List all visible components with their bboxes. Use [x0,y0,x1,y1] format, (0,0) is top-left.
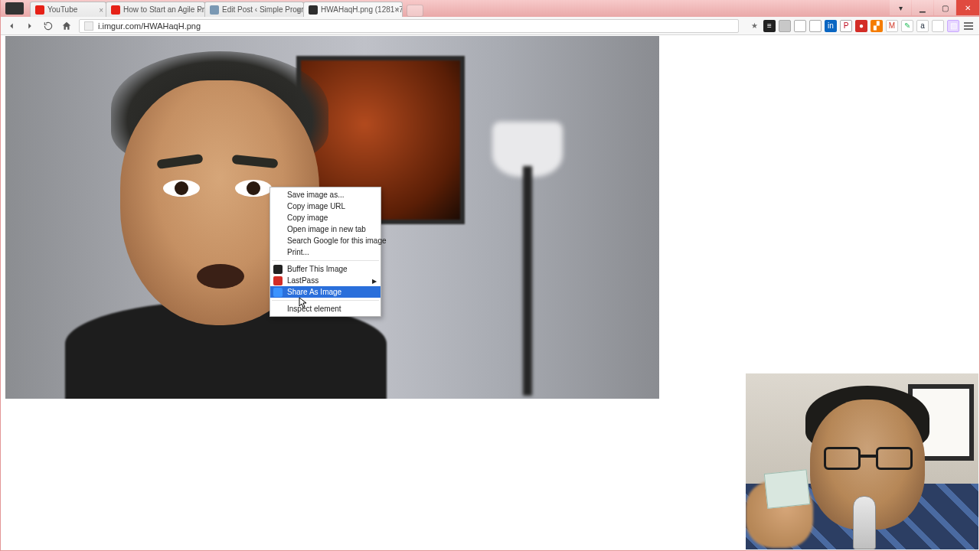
tab-imgur-image[interactable]: HWAHaqH.png (1281×71… × [303,2,403,17]
webcam-microphone [853,496,876,549]
bookmark-star-icon[interactable]: ★ [748,20,760,32]
youtube-icon [35,5,44,15]
misc-ext-2-icon[interactable] [794,20,806,32]
ctx-save-image-as[interactable]: Save image as... [270,189,381,201]
amazon-icon[interactable]: a [916,20,929,32]
submenu-arrow-icon: ▶ [372,275,377,286]
mouse-cursor-icon [299,297,308,309]
ctx-label: Share As Image [287,288,341,296]
imgur-icon [309,5,318,15]
close-icon[interactable]: × [296,5,301,14]
misc-ext-1-icon[interactable] [779,20,791,32]
minimize-button[interactable]: ▁ [912,0,933,15]
page-icon [84,21,93,31]
ctx-label: LastPass [287,276,318,285]
window-extra-button[interactable]: ▾ [890,0,911,15]
tab-title: HWAHaqH.png (1281×71… [321,5,403,14]
tab-title: How to Start an Agile Pro… [123,5,205,14]
address-bar[interactable]: i.imgur.com/HWAHaqH.png [79,19,739,33]
context-menu: Save image as... Copy image URL Copy ima… [270,187,381,317]
ctx-open-image-new-tab[interactable]: Open image in new tab [270,223,381,235]
tab-agile-video[interactable]: How to Start an Agile Pro… × [106,2,205,17]
new-tab-button[interactable] [407,5,423,17]
photo-pupil [247,181,260,195]
pinterest-icon[interactable]: P [840,20,852,32]
back-button[interactable] [5,20,18,32]
buffer-icon[interactable]: ≡ [763,20,776,32]
forward-button[interactable] [24,20,36,32]
ctx-copy-image[interactable]: Copy image [270,212,381,223]
chrome-menu-button[interactable] [962,20,975,32]
webcam-glasses [824,447,913,470]
youtube-icon [111,5,120,15]
ctx-separator [272,300,379,301]
wordpress-icon [210,5,219,15]
tab-strip: YouTube × How to Start an Agile Pro… × E… [30,0,423,17]
lastpass-icon [273,276,283,285]
ctx-print[interactable]: Print... [270,246,381,258]
url-text: i.imgur.com/HWAHaqH.png [98,21,201,31]
linkedin-icon[interactable]: in [825,20,837,32]
window-controls: ▾ ▁ ▢ ✕ [889,0,979,15]
misc-ext-3-icon[interactable] [809,20,822,32]
share-as-image-icon[interactable]: ▧ [947,20,959,32]
webcam-index-card [764,469,811,509]
ctx-lastpass[interactable]: LastPass ▶ [270,275,381,286]
home-button[interactable] [60,20,73,32]
photo-lamp-pole [523,166,532,396]
photo-pupil [175,181,188,195]
google-analytics-icon[interactable]: ▞ [871,20,883,32]
tab-title: Edit Post ‹ Simple Progra… [222,5,304,14]
tab-title: YouTube [47,5,77,14]
ctx-copy-image-url[interactable]: Copy image URL [270,201,381,212]
gmail-icon[interactable]: M [886,20,898,32]
incognito-profile-icon [5,2,24,15]
extensions-row: ★ ≡ in P ● ▞ M ✎ a ✎ ▧ [748,20,975,32]
browser-toolbar: i.imgur.com/HWAHaqH.png ★ ≡ in P ● ▞ M ✎… [1,17,979,35]
tab-youtube[interactable]: YouTube × [30,2,106,17]
ctx-inspect-element[interactable]: Inspect element [270,303,381,315]
close-icon[interactable]: × [395,5,400,14]
browser-window: YouTube × How to Start an Agile Pro… × E… [0,0,980,551]
close-window-button[interactable]: ✕ [956,0,979,15]
ctx-search-google-image[interactable]: Search Google for this image [270,235,381,246]
ctx-buffer-this-image[interactable]: Buffer This Image [270,263,381,275]
evernote-icon[interactable]: ✎ [901,20,913,32]
photo-mouth [197,264,244,289]
maximize-button[interactable]: ▢ [934,0,956,15]
ctx-share-as-image[interactable]: Share As Image [270,286,381,298]
reload-button[interactable] [42,20,54,32]
color-picker-icon[interactable]: ✎ [932,20,944,32]
ctx-label: Buffer This Image [287,265,348,273]
window-titlebar: YouTube × How to Start an Agile Pro… × E… [1,0,979,17]
buffer-icon [273,265,283,274]
close-icon[interactable]: × [99,5,103,14]
share-as-image-icon [273,288,283,297]
page-viewport: Save image as... Copy image URL Copy ima… [2,35,978,549]
close-icon[interactable]: × [198,5,202,14]
webcam-overlay [746,373,978,549]
lastpass-icon[interactable]: ● [855,20,867,32]
ctx-separator [272,260,379,261]
tab-edit-post[interactable]: Edit Post ‹ Simple Progra… × [204,2,304,17]
